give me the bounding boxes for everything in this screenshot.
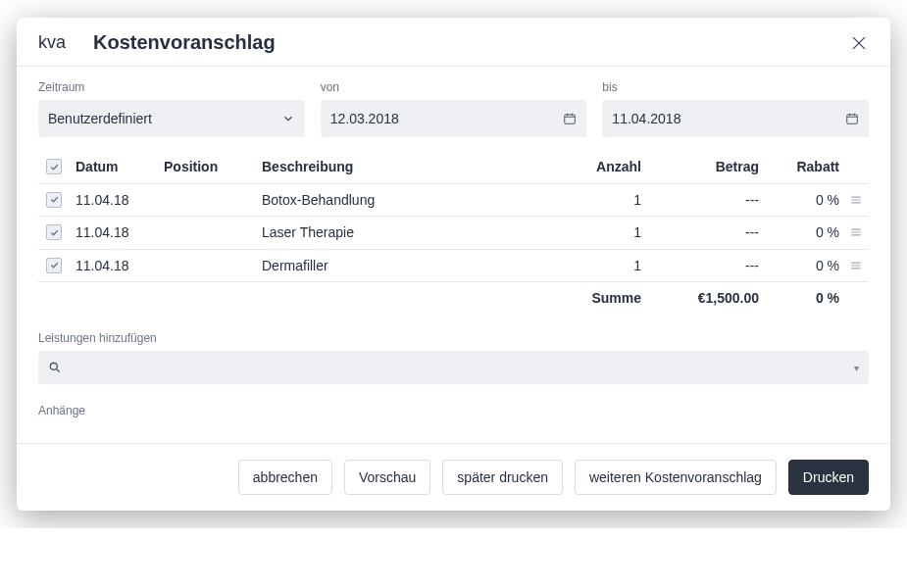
header-discount: Rabatt <box>765 151 843 183</box>
header-amount: Betrag <box>647 151 765 183</box>
svg-rect-1 <box>847 115 858 123</box>
header-qty: Anzahl <box>579 151 647 183</box>
row-menu-button[interactable] <box>849 225 863 239</box>
to-field: bis 11.04.2018 <box>602 80 869 137</box>
select-all-checkbox[interactable] <box>46 159 62 174</box>
row-checkbox[interactable] <box>46 192 62 208</box>
cancel-button[interactable]: abbrechen <box>238 460 332 495</box>
close-button[interactable] <box>849 33 869 53</box>
chevron-down-icon: ▾ <box>854 363 859 373</box>
add-services-search[interactable]: ▾ <box>38 351 869 384</box>
summary-discount: 0 % <box>765 282 843 315</box>
modal-header: kva Kostenvoranschlag <box>17 18 890 67</box>
row-date: 11.04.18 <box>70 217 158 250</box>
attachments-label: Anhänge <box>38 404 869 417</box>
table-row: 11.04.18Botox-Behandlung1---0 % <box>38 183 869 217</box>
summary-amount: €1,500.00 <box>647 282 765 315</box>
row-discount: 0 % <box>765 249 843 282</box>
svg-rect-0 <box>565 115 576 123</box>
another-estimate-button[interactable]: weiteren Kostenvoranschlag <box>575 460 777 495</box>
to-date-input[interactable]: 11.04.2018 <box>602 100 869 137</box>
filters-row: Zeitraum Benutzerdefiniert von 12.03.201… <box>38 80 869 137</box>
modal-footer: abbrechen Vorschau später drucken weiter… <box>17 443 890 511</box>
period-field: Zeitraum Benutzerdefiniert <box>38 80 305 137</box>
row-amount: --- <box>647 183 765 217</box>
print-button[interactable]: Drucken <box>788 460 869 495</box>
header-description: Beschreibung <box>256 151 579 183</box>
row-amount: --- <box>647 249 765 282</box>
brand-label: kva <box>38 32 66 53</box>
chevron-down-icon <box>281 112 295 125</box>
header-position: Position <box>158 151 256 183</box>
row-date: 11.04.18 <box>70 183 158 217</box>
cost-estimate-modal: kva Kostenvoranschlag Zeitraum Benutzerd… <box>17 18 890 511</box>
to-label: bis <box>602 80 869 94</box>
table-row: 11.04.18Laser Therapie1---0 % <box>38 217 869 250</box>
preview-button[interactable]: Vorschau <box>344 460 430 495</box>
period-value: Benutzerdefiniert <box>48 111 281 126</box>
row-checkbox[interactable] <box>46 224 62 240</box>
svg-point-2 <box>50 363 57 369</box>
row-description: Laser Therapie <box>256 217 579 250</box>
period-label: Zeitraum <box>38 80 305 94</box>
row-amount: --- <box>647 217 765 250</box>
table-row: 11.04.18Dermafiller1---0 % <box>38 249 869 282</box>
search-icon <box>48 361 62 374</box>
row-qty: 1 <box>579 249 647 282</box>
summary-row: Summe €1,500.00 0 % <box>38 282 869 315</box>
row-qty: 1 <box>579 217 647 250</box>
items-table: Datum Position Beschreibung Anzahl Betra… <box>38 151 869 314</box>
period-select[interactable]: Benutzerdefiniert <box>38 100 305 137</box>
summary-label: Summe <box>579 282 647 315</box>
from-date-value: 12.03.2018 <box>330 111 564 126</box>
modal-title: Kostenvoranschlag <box>93 31 849 54</box>
row-qty: 1 <box>579 183 647 217</box>
row-menu-button[interactable] <box>849 259 863 272</box>
header-date: Datum <box>70 151 158 183</box>
close-icon <box>849 33 869 53</box>
to-date-value: 11.04.2018 <box>612 111 845 126</box>
from-date-input[interactable]: 12.03.2018 <box>321 100 587 137</box>
row-menu-button[interactable] <box>849 193 863 207</box>
modal-body: Zeitraum Benutzerdefiniert von 12.03.201… <box>17 67 890 443</box>
row-position <box>158 249 256 282</box>
from-label: von <box>321 80 587 94</box>
row-description: Botox-Behandlung <box>256 183 579 217</box>
calendar-icon <box>563 112 577 125</box>
row-discount: 0 % <box>765 217 843 250</box>
calendar-icon <box>845 112 859 125</box>
table-header-row: Datum Position Beschreibung Anzahl Betra… <box>38 151 869 183</box>
row-checkbox[interactable] <box>46 258 62 273</box>
from-field: von 12.03.2018 <box>321 80 587 137</box>
row-position <box>158 217 256 250</box>
row-discount: 0 % <box>765 183 843 217</box>
row-description: Dermafiller <box>256 249 579 282</box>
row-date: 11.04.18 <box>70 249 158 282</box>
row-position <box>158 183 256 217</box>
add-services-label: Leistungen hinzufügen <box>38 331 869 345</box>
print-later-button[interactable]: später drucken <box>442 460 563 495</box>
